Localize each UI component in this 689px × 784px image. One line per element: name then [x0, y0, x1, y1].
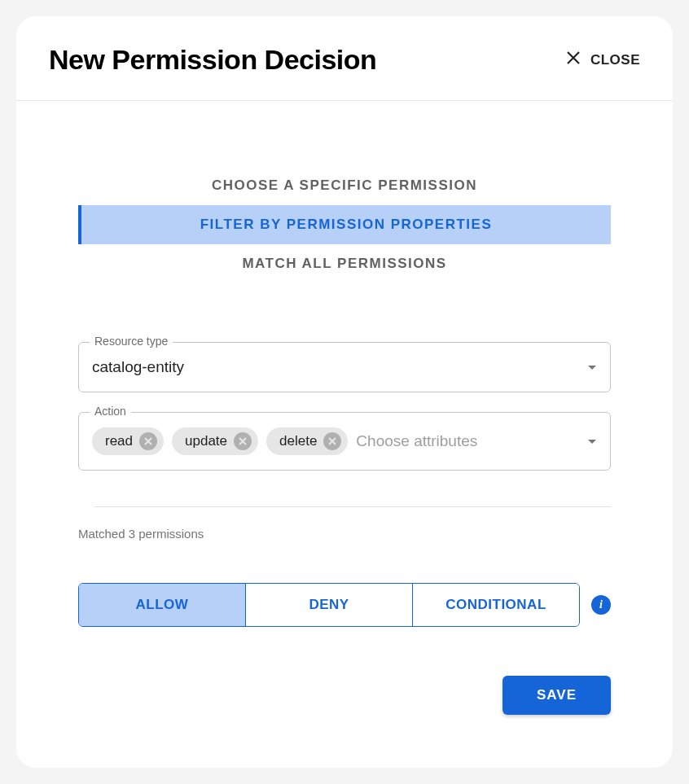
- decision-button-group: ALLOW DENY CONDITIONAL: [78, 583, 580, 627]
- chip-read: read: [92, 427, 164, 455]
- close-label: CLOSE: [590, 52, 640, 68]
- chip-label: delete: [279, 433, 317, 449]
- resource-type-select[interactable]: catalog-entity: [78, 342, 611, 392]
- chip-label: update: [185, 433, 227, 449]
- decision-row: ALLOW DENY CONDITIONAL i: [78, 583, 611, 627]
- chip-update: update: [172, 427, 258, 455]
- allow-button[interactable]: ALLOW: [79, 584, 245, 626]
- chip-delete: delete: [266, 427, 348, 455]
- chip-remove-icon[interactable]: [139, 432, 157, 450]
- action-placeholder: Choose attributes: [356, 432, 579, 450]
- conditional-button[interactable]: CONDITIONAL: [412, 584, 579, 626]
- tab-filter-properties[interactable]: FILTER BY PERMISSION PROPERTIES: [78, 205, 611, 244]
- resource-type-field: Resource type catalog-entity: [78, 342, 611, 392]
- tab-match-all[interactable]: MATCH ALL PERMISSIONS: [78, 244, 611, 283]
- chip-remove-icon[interactable]: [323, 432, 341, 450]
- chevron-down-icon: [587, 434, 597, 449]
- action-label: Action: [90, 405, 131, 418]
- chevron-down-icon: [587, 360, 597, 374]
- chip-label: read: [105, 433, 133, 449]
- modal-footer: SAVE: [78, 676, 611, 715]
- modal-content: CHOOSE A SPECIFIC PERMISSION FILTER BY P…: [16, 101, 673, 768]
- modal-header: New Permission Decision CLOSE: [16, 16, 673, 101]
- save-button[interactable]: SAVE: [502, 676, 611, 715]
- action-field: Action read update delete: [78, 412, 611, 471]
- tab-group: CHOOSE A SPECIFIC PERMISSION FILTER BY P…: [78, 166, 611, 283]
- matched-count-text: Matched 3 permissions: [78, 527, 611, 541]
- modal-title: New Permission Decision: [49, 44, 376, 76]
- deny-button[interactable]: DENY: [245, 584, 412, 626]
- resource-type-value: catalog-entity: [92, 358, 579, 376]
- info-icon[interactable]: i: [591, 595, 611, 615]
- tab-choose-specific[interactable]: CHOOSE A SPECIFIC PERMISSION: [78, 166, 611, 205]
- close-icon: [566, 50, 581, 69]
- divider: [94, 506, 611, 507]
- permission-decision-modal: New Permission Decision CLOSE CHOOSE A S…: [16, 16, 673, 768]
- chip-remove-icon[interactable]: [234, 432, 252, 450]
- action-select[interactable]: read update delete Cho: [78, 412, 611, 471]
- close-button[interactable]: CLOSE: [566, 50, 640, 69]
- resource-type-label: Resource type: [90, 335, 173, 348]
